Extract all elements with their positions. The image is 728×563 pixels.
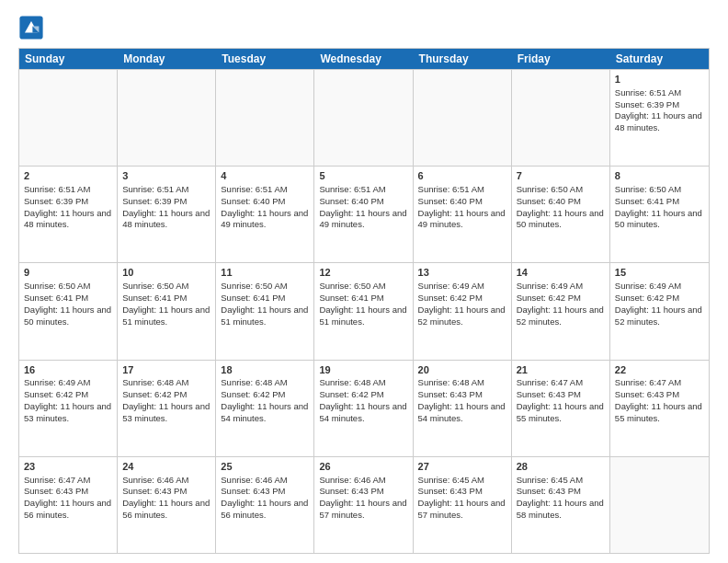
cell-content: Sunrise: 6:46 AM [319, 475, 407, 487]
cell-content: Sunset: 6:41 PM [615, 196, 704, 208]
cell-content: Daylight: 11 hours and 51 minutes. [221, 304, 309, 328]
cell-content: Daylight: 11 hours and 56 minutes. [24, 498, 112, 522]
cell-content: Daylight: 11 hours and 56 minutes. [122, 498, 210, 522]
calendar-row-3: 9Sunrise: 6:50 AMSunset: 6:41 PMDaylight… [19, 262, 709, 359]
day-number: 12 [319, 266, 407, 280]
cell-content: Sunset: 6:40 PM [221, 196, 309, 208]
calendar-cell-1-5 [414, 70, 512, 166]
cell-content: Sunset: 6:41 PM [24, 293, 112, 304]
cell-content: Sunrise: 6:45 AM [418, 475, 506, 487]
cell-content: Daylight: 11 hours and 56 minutes. [221, 498, 309, 522]
cell-content: Sunrise: 6:48 AM [319, 377, 407, 389]
day-number: 25 [221, 460, 309, 474]
cell-content: Daylight: 11 hours and 52 minutes. [418, 304, 506, 328]
page: SundayMondayTuesdayWednesdayThursdayFrid… [0, 0, 728, 563]
calendar-cell-3-7: 15Sunrise: 6:49 AMSunset: 6:42 PMDayligh… [610, 263, 709, 359]
cell-content: Sunrise: 6:51 AM [221, 184, 309, 196]
cell-content: Daylight: 11 hours and 58 minutes. [517, 498, 605, 522]
calendar-cell-3-4: 12Sunrise: 6:50 AMSunset: 6:41 PMDayligh… [314, 263, 413, 359]
calendar-cell-4-1: 16Sunrise: 6:49 AMSunset: 6:42 PMDayligh… [19, 361, 118, 456]
cell-content: Daylight: 11 hours and 52 minutes. [517, 304, 605, 328]
header-day-thursday: Thursday [414, 49, 512, 69]
calendar-cell-4-4: 19Sunrise: 6:48 AMSunset: 6:42 PMDayligh… [314, 361, 413, 456]
cell-content: Sunset: 6:42 PM [221, 389, 309, 401]
calendar-cell-2-7: 8Sunrise: 6:50 AMSunset: 6:41 PMDaylight… [610, 167, 709, 262]
cell-content: Daylight: 11 hours and 52 minutes. [615, 304, 704, 328]
calendar-cell-3-1: 9Sunrise: 6:50 AMSunset: 6:41 PMDaylight… [19, 263, 118, 359]
day-number: 15 [615, 266, 704, 280]
cell-content: Sunset: 6:39 PM [24, 196, 112, 208]
cell-content: Daylight: 11 hours and 51 minutes. [319, 304, 407, 328]
cell-content: Sunrise: 6:50 AM [221, 281, 309, 293]
cell-content: Sunset: 6:43 PM [615, 389, 704, 401]
cell-content: Daylight: 11 hours and 54 minutes. [418, 401, 506, 425]
calendar-cell-3-2: 10Sunrise: 6:50 AMSunset: 6:41 PMDayligh… [118, 263, 216, 359]
calendar-cell-1-1 [19, 70, 118, 166]
calendar-cell-2-3: 4Sunrise: 6:51 AMSunset: 6:40 PMDaylight… [216, 167, 314, 262]
cell-content: Daylight: 11 hours and 55 minutes. [615, 401, 704, 425]
calendar-header: SundayMondayTuesdayWednesdayThursdayFrid… [19, 49, 709, 69]
header-day-saturday: Saturday [610, 49, 709, 69]
cell-content: Sunrise: 6:47 AM [615, 377, 704, 389]
day-number: 6 [418, 169, 506, 183]
cell-content: Sunset: 6:42 PM [418, 293, 506, 304]
calendar-cell-2-5: 6Sunrise: 6:51 AMSunset: 6:40 PMDaylight… [414, 167, 512, 262]
cell-content: Daylight: 11 hours and 53 minutes. [122, 401, 210, 425]
cell-content: Sunset: 6:43 PM [418, 389, 506, 401]
day-number: 8 [615, 169, 704, 183]
cell-content: Sunrise: 6:51 AM [615, 87, 704, 99]
cell-content: Sunset: 6:42 PM [319, 389, 407, 401]
logo [18, 15, 48, 40]
cell-content: Sunset: 6:40 PM [319, 196, 407, 208]
calendar-cell-3-3: 11Sunrise: 6:50 AMSunset: 6:41 PMDayligh… [216, 263, 314, 359]
day-number: 9 [24, 266, 112, 280]
cell-content: Sunrise: 6:48 AM [221, 377, 309, 389]
day-number: 20 [418, 363, 506, 377]
cell-content: Sunset: 6:43 PM [122, 486, 210, 498]
calendar-row-2: 2Sunrise: 6:51 AMSunset: 6:39 PMDaylight… [19, 166, 709, 262]
calendar-row-1: 1Sunrise: 6:51 AMSunset: 6:39 PMDaylight… [19, 69, 709, 166]
cell-content: Sunset: 6:43 PM [418, 486, 506, 498]
calendar-cell-4-2: 17Sunrise: 6:48 AMSunset: 6:42 PMDayligh… [118, 361, 216, 456]
cell-content: Sunset: 6:43 PM [24, 486, 112, 498]
cell-content: Daylight: 11 hours and 57 minutes. [418, 498, 506, 522]
header-day-sunday: Sunday [19, 49, 118, 69]
cell-content: Sunset: 6:43 PM [517, 486, 605, 498]
cell-content: Sunrise: 6:45 AM [517, 475, 605, 487]
calendar: SundayMondayTuesdayWednesdayThursdayFrid… [18, 48, 710, 554]
cell-content: Sunrise: 6:47 AM [24, 475, 112, 487]
cell-content: Sunrise: 6:51 AM [418, 184, 506, 196]
cell-content: Sunrise: 6:49 AM [615, 281, 704, 293]
calendar-cell-4-6: 21Sunrise: 6:47 AMSunset: 6:43 PMDayligh… [512, 361, 610, 456]
header-day-wednesday: Wednesday [314, 49, 413, 69]
cell-content: Sunset: 6:43 PM [319, 486, 407, 498]
calendar-cell-2-6: 7Sunrise: 6:50 AMSunset: 6:40 PMDaylight… [512, 167, 610, 262]
header-day-tuesday: Tuesday [216, 49, 314, 69]
cell-content: Sunrise: 6:51 AM [122, 184, 210, 196]
day-number: 5 [319, 169, 407, 183]
cell-content: Daylight: 11 hours and 53 minutes. [24, 401, 112, 425]
day-number: 19 [319, 363, 407, 377]
cell-content: Sunrise: 6:49 AM [418, 281, 506, 293]
calendar-body: 1Sunrise: 6:51 AMSunset: 6:39 PMDaylight… [19, 69, 709, 553]
cell-content: Daylight: 11 hours and 48 minutes. [122, 208, 210, 232]
cell-content: Sunset: 6:42 PM [517, 293, 605, 304]
cell-content: Sunrise: 6:51 AM [24, 184, 112, 196]
calendar-cell-5-5: 27Sunrise: 6:45 AMSunset: 6:43 PMDayligh… [414, 457, 512, 553]
cell-content: Sunrise: 6:48 AM [122, 377, 210, 389]
cell-content: Sunrise: 6:46 AM [122, 475, 210, 487]
cell-content: Sunset: 6:43 PM [221, 486, 309, 498]
calendar-cell-1-4 [314, 70, 413, 166]
calendar-cell-4-7: 22Sunrise: 6:47 AMSunset: 6:43 PMDayligh… [610, 361, 709, 456]
cell-content: Daylight: 11 hours and 49 minutes. [418, 208, 506, 232]
cell-content: Sunrise: 6:49 AM [517, 281, 605, 293]
cell-content: Daylight: 11 hours and 48 minutes. [615, 110, 704, 134]
day-number: 11 [221, 266, 309, 280]
cell-content: Daylight: 11 hours and 50 minutes. [517, 208, 605, 232]
cell-content: Sunrise: 6:50 AM [615, 184, 704, 196]
calendar-row-4: 16Sunrise: 6:49 AMSunset: 6:42 PMDayligh… [19, 360, 709, 456]
day-number: 28 [517, 460, 605, 474]
day-number: 3 [122, 169, 210, 183]
header-day-monday: Monday [118, 49, 216, 69]
cell-content: Daylight: 11 hours and 49 minutes. [319, 208, 407, 232]
